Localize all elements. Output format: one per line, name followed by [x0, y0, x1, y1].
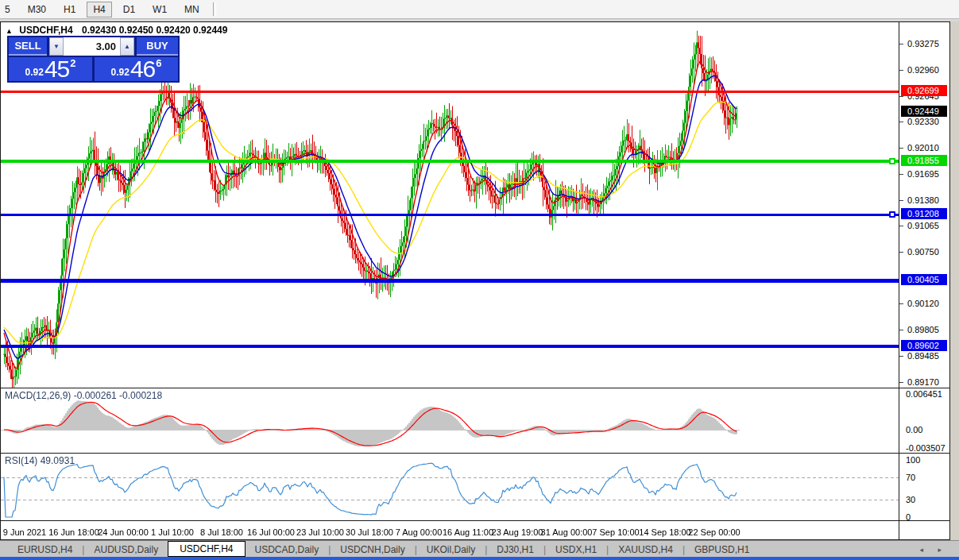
level-price-label: 0.90405 — [901, 274, 947, 285]
tab-usdx-h1[interactable]: USDX,H1 — [546, 543, 606, 557]
rsi-scale-70: 70 — [899, 473, 950, 483]
rsi-scale-30: 30 — [899, 495, 950, 505]
sell-price-prefix: 0.92 — [25, 67, 44, 78]
macd-scale-min: -0.003507 — [899, 443, 950, 454]
chart-title: ▲ USDCHF,H4 0.92430 0.92450 0.92420 0.92… — [6, 25, 227, 36]
chart-window: ▲ USDCHF,H4 0.92430 0.92450 0.92420 0.92… — [0, 21, 950, 540]
price-tick: 0.91380 — [899, 195, 950, 206]
sell-price-tile[interactable]: 0.92 45 2 — [9, 57, 92, 81]
time-axis-label: 16 Jun 18:00 — [48, 527, 99, 537]
buy-price-pip: 6 — [156, 57, 161, 69]
price-tick: 0.92010 — [899, 143, 950, 153]
time-axis-label: 22 Sep 00:00 — [688, 527, 740, 537]
time-axis-label: 8 Jul 18:00 — [200, 527, 243, 537]
price-tick: 0.89805 — [899, 325, 950, 335]
buy-button[interactable]: BUY — [137, 37, 178, 56]
time-axis-label: 30 Jul 18:00 — [346, 527, 393, 537]
price-tick: 0.91065 — [899, 221, 950, 231]
price-tick: 0.90120 — [899, 299, 950, 309]
buy-price-tile[interactable]: 0.92 46 6 — [95, 57, 178, 81]
window-bottom-edge — [0, 557, 959, 560]
sell-price-big: 45 — [44, 58, 69, 80]
macd-scale-zero: 0.00 — [899, 425, 950, 435]
chart-symbol: USDCHF,H4 — [19, 25, 72, 36]
time-axis-label: 9 Jun 2021 — [3, 527, 46, 537]
sell-price-pip: 2 — [70, 57, 75, 69]
time-axis-label: 7 Aug 00:00 — [396, 527, 443, 537]
price-tick: 0.89170 — [899, 377, 950, 388]
tab-audusd-daily[interactable]: AUDUSD,Daily — [84, 543, 168, 557]
tab-ukoil-daily[interactable]: UKOil,Daily — [417, 543, 485, 557]
one-click-trade-panel: SELL ▼ ▲ BUY 0.92 45 2 0.92 46 6 — [7, 36, 180, 83]
price-tick: 0.91695 — [899, 169, 950, 180]
rsi-pane-canvas — [1, 454, 899, 520]
tab-scroll-arrows[interactable]: ◂ ▸ — [919, 546, 948, 554]
volume-increase-button[interactable]: ▲ — [120, 37, 134, 56]
timeframe-button-5[interactable]: 5 — [0, 2, 17, 17]
macd-indicator-label: MACD(12,26,9) -0.000261 -0.000218 — [5, 390, 162, 401]
timeframe-button-h4[interactable]: H4 — [87, 2, 111, 17]
time-axis-label: 7 Sep 10:00 — [592, 527, 639, 537]
timeframe-button-d1[interactable]: D1 — [117, 2, 141, 17]
time-axis-label: 23 Aug 19:00 — [492, 527, 543, 537]
buy-price-big: 46 — [130, 58, 155, 80]
time-axis[interactable]: 9 Jun 202116 Jun 18:0024 Jun 00:001 Jul … — [1, 521, 899, 540]
timeframe-button-w1[interactable]: W1 — [146, 2, 173, 17]
trade-panel-top-row: SELL ▼ ▲ BUY — [9, 37, 178, 56]
tab-usdcad-daily[interactable]: USDCAD,Daily — [246, 543, 329, 557]
level-price-label: 0.91208 — [901, 208, 947, 219]
time-axis-label: 24 Jun 00:00 — [98, 527, 149, 537]
tab-usdchf-h4[interactable]: USDCHF,H4 — [168, 541, 245, 557]
time-axis-label: 16 Aug 11:00 — [443, 527, 493, 537]
time-axis-label: 31 Aug 00:00 — [541, 527, 593, 537]
chart-tab-bar: EURUSD,H4|AUDUSD,DailyUSDCHF,H4USDCAD,Da… — [0, 540, 959, 558]
toolbar-separator — [213, 2, 216, 16]
level-price-label: 0.89602 — [901, 340, 947, 351]
trade-panel-price-row: 0.92 45 2 0.92 46 6 — [9, 57, 178, 81]
timeframe-button-h1[interactable]: H1 — [57, 2, 82, 17]
price-tick: 0.90750 — [899, 247, 950, 257]
tab-usdcnh-daily[interactable]: USDCNH,Daily — [331, 543, 414, 557]
volume-decrease-button[interactable]: ▼ — [49, 37, 64, 56]
tab-gbpusd-h1[interactable]: GBPUSD,H1 — [685, 543, 759, 557]
timeframe-button-m30[interactable]: M30 — [21, 2, 52, 17]
sell-button[interactable]: SELL — [9, 37, 47, 56]
price-tick: 0.93275 — [899, 39, 950, 49]
tab-eurusd-h4[interactable]: EURUSD,H4 — [8, 543, 82, 557]
time-axis-label: 14 Sep 18:00 — [639, 527, 690, 537]
price-tick: 0.92960 — [899, 65, 950, 75]
level-price-label: 0.91855 — [901, 155, 947, 166]
time-axis-label: 1 Jul 10:00 — [151, 527, 194, 537]
window-right-margin — [950, 21, 959, 540]
timeframe-button-mn[interactable]: MN — [178, 2, 206, 17]
rsi-indicator-label: RSI(14) 49.0931 — [5, 455, 75, 466]
macd-scale-max: 0.006451 — [899, 389, 950, 400]
time-axis-label: 23 Jul 10:00 — [296, 527, 344, 537]
chart-ohlc-values: 0.92430 0.92450 0.92420 0.92449 — [82, 25, 228, 36]
price-tick: 0.89485 — [899, 351, 950, 361]
volume-input[interactable] — [64, 37, 120, 56]
price-axis[interactable]: 0.932750.929600.926450.923300.920100.916… — [899, 22, 950, 539]
rsi-scale-100: 100 — [899, 455, 950, 465]
tab-dj30-h1[interactable]: DJ30,H1 — [487, 543, 543, 557]
current-price-label: 0.92449 — [901, 106, 947, 117]
buy-price-prefix: 0.92 — [111, 67, 130, 78]
time-axis-label: 16 Jul 00:00 — [247, 527, 295, 537]
price-tick: 0.92330 — [899, 117, 950, 127]
level-price-label: 0.92699 — [901, 85, 947, 96]
timeframe-toolbar: 5M30H1H4D1W1MN — [0, 0, 959, 19]
collapse-triangle-icon[interactable]: ▲ — [6, 27, 13, 35]
tab-xauusd-h4[interactable]: XAUUSD,H4 — [609, 543, 683, 557]
rsi-scale-0: 0 — [899, 512, 950, 523]
